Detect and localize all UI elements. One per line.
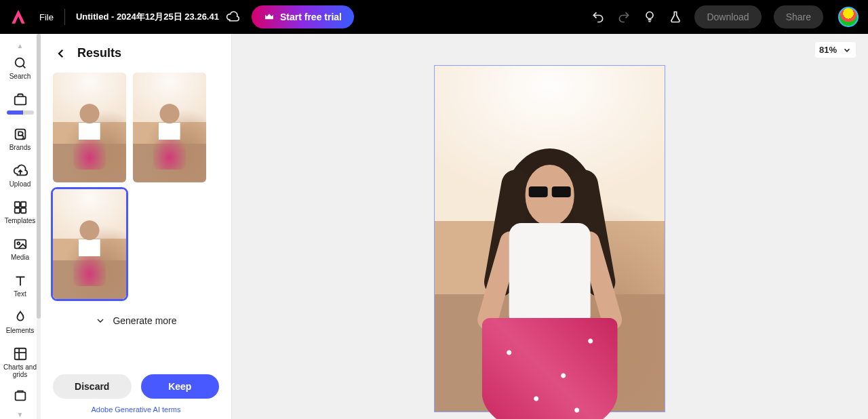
panel-title: Results — [77, 46, 121, 60]
share-button[interactable]: Share — [774, 5, 823, 28]
trial-label: Start free trial — [280, 12, 342, 22]
redo-icon[interactable] — [617, 10, 631, 24]
top-right-tools: Download Share — [591, 5, 859, 28]
chevron-down-icon — [842, 45, 852, 55]
rail-upload[interactable]: Upload — [0, 158, 41, 195]
rail-charts-label: Charts and grids — [0, 363, 41, 378]
chevron-down-icon — [95, 315, 106, 326]
rail-brands-label: Brands — [9, 144, 31, 151]
keep-button[interactable]: Keep — [141, 374, 220, 399]
rail-your-stuff[interactable] — [0, 87, 41, 121]
svg-rect-5 — [20, 202, 25, 207]
panel-header: Results — [41, 34, 231, 64]
rail-media[interactable]: Media — [0, 231, 41, 268]
canvas-selected-image[interactable] — [434, 65, 665, 412]
download-button[interactable]: Download — [694, 5, 761, 28]
document-title[interactable]: Untitled - 2024年12月25日 23.26.41 — [76, 11, 219, 23]
rail-more[interactable] — [0, 385, 41, 403]
divider — [64, 9, 65, 25]
media-icon — [13, 237, 28, 252]
search-icon — [13, 56, 28, 71]
svg-rect-7 — [20, 208, 25, 213]
rail-scroll-down[interactable]: ▼ — [0, 410, 40, 419]
briefcase-icon — [13, 92, 28, 107]
result-thumb-3[interactable] — [53, 189, 126, 299]
svg-rect-6 — [14, 208, 19, 213]
svg-rect-11 — [15, 392, 25, 400]
discard-button[interactable]: Discard — [53, 374, 132, 399]
rail-search[interactable]: Search — [0, 50, 41, 87]
beaker-icon[interactable] — [669, 10, 682, 24]
templates-icon — [13, 200, 28, 215]
rail-upload-label: Upload — [9, 180, 31, 188]
brands-icon — [13, 127, 28, 142]
storage-bar — [7, 111, 34, 115]
rail-text-label: Text — [14, 290, 26, 298]
back-button[interactable] — [54, 47, 68, 60]
image-subject — [483, 148, 616, 397]
user-avatar[interactable] — [838, 7, 859, 27]
canvas-area[interactable]: 81% — [232, 34, 868, 419]
svg-rect-2 — [14, 96, 26, 104]
svg-point-9 — [17, 242, 20, 245]
rail-templates[interactable]: Templates — [0, 195, 41, 231]
result-thumb-2[interactable] — [133, 73, 206, 182]
rail-templates-label: Templates — [5, 217, 36, 224]
zoom-value: 81% — [819, 45, 837, 55]
zoom-control[interactable]: 81% — [815, 42, 856, 58]
file-menu[interactable]: File — [39, 12, 54, 22]
ai-terms-link[interactable]: Adobe Generative AI terms — [53, 405, 219, 414]
rail-text[interactable]: Text — [0, 268, 41, 304]
panel-footer: Discard Keep Adobe Generative AI terms — [41, 363, 231, 419]
rail-search-label: Search — [9, 73, 31, 80]
addons-icon — [13, 388, 28, 403]
start-free-trial-button[interactable]: Start free trial — [252, 5, 354, 28]
app-logo[interactable] — [9, 8, 27, 26]
rail-elements[interactable]: Elements — [0, 304, 41, 341]
lightbulb-icon[interactable] — [643, 10, 656, 24]
top-bar: File Untitled - 2024年12月25日 23.26.41 Sta… — [0, 0, 868, 34]
svg-rect-4 — [14, 202, 19, 207]
charts-icon — [13, 346, 28, 361]
text-icon — [13, 273, 28, 288]
rail-media-label: Media — [11, 254, 29, 261]
svg-rect-10 — [14, 348, 26, 360]
rail-elements-label: Elements — [6, 327, 35, 334]
rail-scroll-up[interactable]: ▲ — [0, 41, 40, 50]
chevron-left-icon — [55, 47, 67, 60]
result-thumbnails — [41, 64, 231, 306]
app-body: ▲ Search Brands Upload Templates Media T… — [0, 34, 868, 419]
crown-icon — [264, 12, 275, 22]
rail-brands[interactable]: Brands — [0, 121, 41, 158]
results-panel: Results Generate more Discard Keep Adobe… — [41, 34, 232, 419]
rail-charts[interactable]: Charts and grids — [0, 341, 41, 385]
svg-point-0 — [646, 12, 653, 19]
svg-point-1 — [15, 58, 24, 67]
elements-icon — [13, 310, 28, 325]
left-rail: ▲ Search Brands Upload Templates Media T… — [0, 34, 41, 419]
cloud-sync-icon[interactable] — [226, 10, 239, 24]
generate-more-label: Generate more — [113, 315, 176, 326]
undo-icon[interactable] — [591, 10, 605, 24]
generate-more-button[interactable]: Generate more — [41, 306, 231, 336]
result-thumb-1[interactable] — [53, 73, 126, 182]
upload-icon — [13, 163, 28, 178]
